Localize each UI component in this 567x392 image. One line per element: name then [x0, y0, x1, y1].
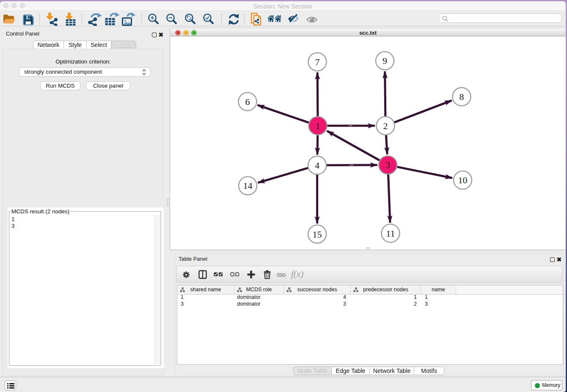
svg-text:7: 7: [315, 57, 320, 67]
svg-text:11: 11: [386, 228, 395, 239]
svg-text:8: 8: [460, 91, 464, 102]
svg-text:14: 14: [243, 180, 253, 191]
svg-text:9: 9: [383, 55, 387, 66]
svg-text:2: 2: [383, 121, 388, 131]
svg-text:15: 15: [313, 229, 322, 240]
svg-text:10: 10: [458, 175, 467, 185]
svg-text:6: 6: [245, 97, 250, 107]
svg-text:3: 3: [385, 160, 390, 170]
svg-text:4: 4: [315, 160, 319, 171]
svg-text:1: 1: [316, 121, 320, 131]
